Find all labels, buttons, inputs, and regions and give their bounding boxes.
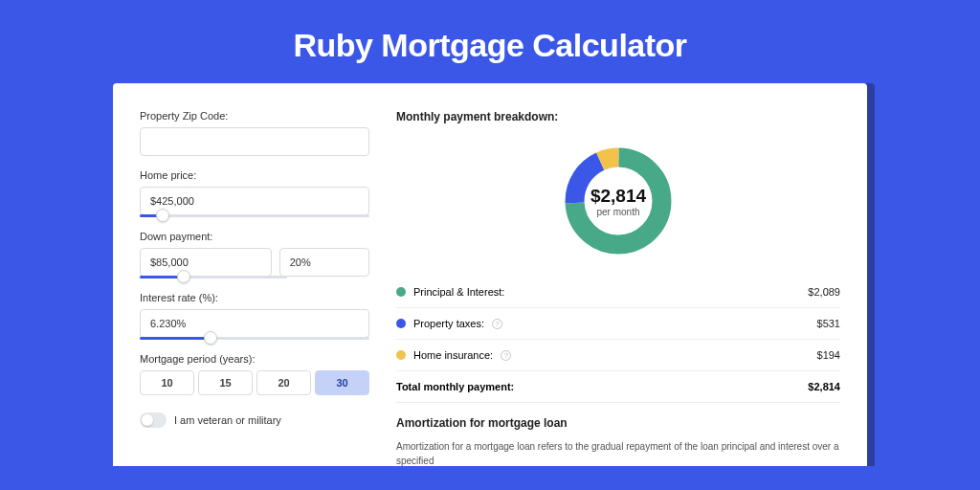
amort-text: Amortization for a mortgage loan refers …	[396, 439, 840, 466]
legend-value: $194	[817, 349, 840, 361]
veteran-row: I am veteran or military	[140, 412, 369, 428]
veteran-toggle[interactable]	[140, 412, 167, 428]
legend-value: $2,089	[808, 286, 840, 298]
zip-label: Property Zip Code:	[140, 110, 369, 122]
price-label: Home price:	[140, 169, 369, 181]
period-label: Mortgage period (years):	[140, 353, 369, 365]
zip-input[interactable]	[140, 127, 369, 156]
calculator-card: Property Zip Code: Home price: Down paym…	[113, 83, 867, 466]
down-amount-input[interactable]	[140, 248, 272, 277]
price-field: Home price:	[140, 169, 369, 217]
legend-label: Home insurance:	[413, 349, 493, 361]
dot-blue-icon	[396, 319, 406, 328]
donut-chart: $2,814 per month	[396, 129, 840, 273]
rate-slider[interactable]	[140, 337, 369, 340]
price-input[interactable]	[140, 187, 369, 215]
page-title: Ruby Mortgage Calculator	[0, 0, 980, 83]
info-icon[interactable]: ?	[492, 319, 502, 329]
total-row: Total monthly payment: $2,814	[396, 371, 840, 403]
zip-field: Property Zip Code:	[140, 110, 369, 156]
down-label: Down payment:	[140, 231, 369, 242]
legend-value: $531	[817, 318, 840, 329]
period-field: Mortgage period (years): 10 15 20 30	[140, 353, 369, 395]
info-icon[interactable]: ?	[501, 350, 511, 361]
down-pct-input[interactable]	[279, 248, 369, 277]
legend-principal: Principal & Interest: $2,089	[396, 277, 840, 308]
toggle-knob	[142, 414, 153, 426]
price-slider[interactable]	[140, 214, 369, 217]
breakdown-title: Monthly payment breakdown:	[396, 110, 840, 123]
donut-sub: per month	[590, 207, 646, 217]
total-value: $2,814	[808, 381, 840, 392]
legend-taxes: Property taxes: ? $531	[396, 308, 840, 340]
period-30[interactable]: 30	[315, 370, 369, 395]
form-panel: Property Zip Code: Home price: Down paym…	[140, 110, 369, 466]
period-10[interactable]: 10	[140, 370, 194, 395]
rate-field: Interest rate (%):	[140, 292, 369, 340]
dot-yellow-icon	[396, 350, 406, 360]
rate-input[interactable]	[140, 309, 369, 338]
down-slider[interactable]	[140, 276, 287, 278]
rate-label: Interest rate (%):	[140, 292, 369, 303]
legend-insurance: Home insurance: ? $194	[396, 340, 840, 371]
down-field: Down payment:	[140, 231, 369, 278]
legend-label: Principal & Interest:	[413, 286, 504, 298]
total-label: Total monthly payment:	[396, 381, 514, 392]
breakdown-panel: Monthly payment breakdown: $2,814 per mo…	[396, 110, 840, 466]
amort-title: Amortization for mortgage loan	[396, 416, 840, 430]
donut-value: $2,814	[590, 186, 646, 207]
period-20[interactable]: 20	[256, 370, 311, 395]
period-15[interactable]: 15	[198, 370, 253, 395]
rate-slider-thumb[interactable]	[204, 331, 217, 345]
legend-label: Property taxes:	[413, 318, 484, 329]
down-slider-thumb[interactable]	[177, 270, 190, 283]
dot-green-icon	[396, 287, 406, 297]
veteran-label: I am veteran or military	[174, 414, 281, 426]
price-slider-thumb[interactable]	[156, 209, 169, 222]
donut-center: $2,814 per month	[590, 186, 646, 217]
